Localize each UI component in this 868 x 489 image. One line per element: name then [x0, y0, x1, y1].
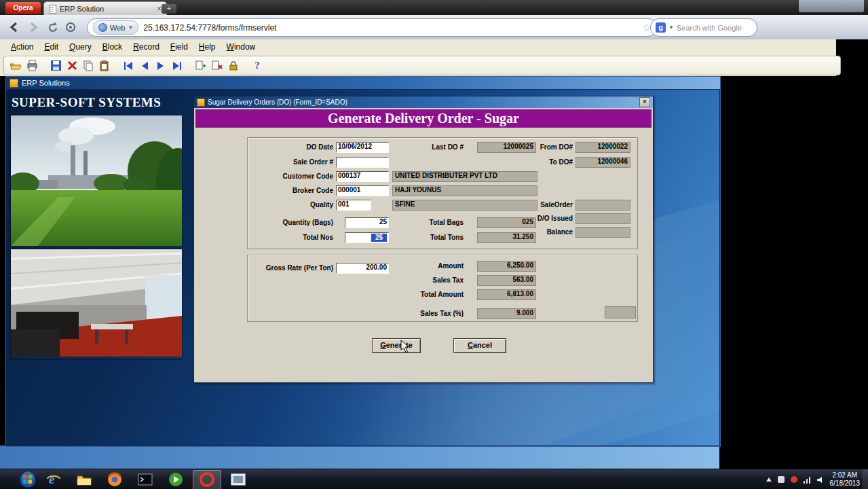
- last-do-label: Last DO #: [396, 143, 464, 151]
- next-record-icon[interactable]: [153, 58, 168, 73]
- screen: Opera ERP Solution × + Web ▼ 25.16: [0, 0, 868, 489]
- tab-title: ERP Solution: [60, 5, 104, 13]
- opera-turbo-icon[interactable]: [64, 20, 77, 34]
- clock[interactable]: 2:02 AM 6/18/2013: [830, 471, 861, 488]
- address-bar[interactable]: Web ▼ 25.163.172.54:7778/forms/frmservle…: [87, 18, 657, 37]
- firefox-icon[interactable]: [101, 471, 128, 489]
- to-do-label: To DO#: [505, 158, 573, 166]
- browser-tab[interactable]: ERP Solution ×: [43, 1, 167, 16]
- broker-name-display: HAJI YOUNUS: [392, 185, 537, 196]
- save-icon[interactable]: [48, 58, 63, 73]
- search-box[interactable]: g ▼ Search with Google: [650, 18, 757, 37]
- opera-menu-button[interactable]: Opera: [5, 2, 41, 14]
- menu-block[interactable]: Block: [97, 40, 128, 54]
- chevron-down-icon: ▼: [128, 24, 133, 31]
- do-issued-display: [575, 213, 630, 224]
- network-icon[interactable]: [803, 476, 812, 484]
- help-icon[interactable]: ?: [250, 58, 265, 73]
- paste-icon[interactable]: [97, 58, 112, 73]
- broker-code-label: Broker Code: [235, 187, 333, 194]
- total-tons-label: Total Tons: [396, 234, 464, 241]
- open-folder-icon[interactable]: [8, 58, 23, 73]
- dialog-title-bar[interactable]: Sugar Delivery Orders (DO) (Form_ID=SADO…: [194, 96, 653, 108]
- cut-icon[interactable]: [64, 58, 79, 73]
- total-amount-display: 6,813.00: [477, 289, 536, 300]
- toolbar-separator: [242, 58, 248, 73]
- globe-icon: [98, 23, 107, 32]
- menu-edit[interactable]: Edit: [39, 40, 64, 54]
- customer-code-field[interactable]: 000137: [336, 171, 389, 182]
- copy-icon[interactable]: [81, 58, 96, 73]
- tray-chevron-icon[interactable]: [766, 477, 772, 482]
- reload-icon[interactable]: [46, 20, 60, 34]
- media-app-icon[interactable]: [162, 471, 189, 489]
- toolbar-separator: [113, 58, 119, 73]
- insert-record-icon[interactable]: [193, 58, 208, 73]
- exempt-display: [605, 306, 636, 319]
- search-placeholder: Search with Google: [677, 24, 742, 32]
- dialog-close-button[interactable]: ×: [639, 97, 650, 107]
- sale-order-field[interactable]: [336, 157, 389, 168]
- search-engine-chevron-icon[interactable]: ▼: [668, 24, 674, 31]
- sales-tax-label: Sales Tax: [396, 276, 464, 284]
- url-text[interactable]: 25.163.172.54:7778/forms/frmservlet: [143, 23, 276, 33]
- cancel-button[interactable]: Cancel: [453, 338, 506, 353]
- forms-menu-bar: Action Edit Query Block Record Field Hel…: [0, 39, 836, 54]
- menu-query[interactable]: Query: [64, 40, 97, 54]
- command-prompt-icon[interactable]: [132, 471, 159, 489]
- delete-record-icon[interactable]: [210, 58, 225, 73]
- last-record-icon[interactable]: [170, 58, 185, 73]
- clock-time: 2:02 AM: [830, 471, 861, 479]
- from-do-display: 12000022: [575, 142, 630, 153]
- system-tray: 2:02 AM 6/18/2013: [766, 469, 861, 489]
- start-button[interactable]: [19, 471, 37, 488]
- menu-action[interactable]: Action: [5, 40, 39, 54]
- balance-label: Balance: [505, 228, 573, 236]
- quality-field[interactable]: 001: [336, 200, 371, 211]
- menu-window[interactable]: Window: [221, 40, 261, 54]
- erp-mdi-window: ERP Solutions SUPER-SOFT SYSTEMS: [5, 76, 721, 447]
- tray-app-icon[interactable]: [777, 475, 785, 484]
- photo-viewer-icon[interactable]: [225, 471, 252, 489]
- menu-help[interactable]: Help: [193, 40, 221, 54]
- gross-rate-field[interactable]: 200.00: [336, 263, 389, 274]
- back-icon[interactable]: [8, 20, 22, 34]
- first-record-icon[interactable]: [121, 58, 136, 73]
- window-controls[interactable]: [799, 0, 864, 12]
- show-desktop-button[interactable]: [863, 469, 868, 489]
- total-nos-field[interactable]: 25: [345, 232, 389, 243]
- clock-date: 6/18/2013: [830, 479, 861, 488]
- previous-record-icon[interactable]: [137, 58, 152, 73]
- lock-record-icon[interactable]: [226, 58, 241, 73]
- quantity-bags-field[interactable]: 25: [345, 217, 389, 228]
- delivery-order-dialog: Sugar Delivery Orders (DO) (Form_ID=SADO…: [193, 96, 654, 383]
- forms-applet-strip: Action Edit Query Block Record Field Hel…: [0, 39, 836, 76]
- browser-tab-bar: Opera ERP Solution × +: [0, 0, 868, 15]
- volume-icon[interactable]: [816, 476, 825, 484]
- broker-code-field[interactable]: 000001: [336, 185, 389, 196]
- mdi-app-icon: [10, 79, 18, 88]
- factory-photo: [11, 115, 182, 249]
- sales-tax-pct-label: Sales Tax (%): [396, 310, 464, 317]
- tab-close-icon[interactable]: ×: [157, 5, 162, 12]
- opera-taskbar-icon[interactable]: [193, 470, 221, 489]
- generate-button[interactable]: Generate: [372, 338, 421, 353]
- print-icon[interactable]: [24, 58, 39, 73]
- internet-explorer-icon[interactable]: e: [40, 471, 67, 489]
- sales-tax-display: 563.00: [477, 275, 536, 286]
- quantity-bags-label: Quantity (Bags): [235, 219, 333, 226]
- balance-display: [575, 227, 630, 238]
- quality-label: Quality: [235, 201, 333, 209]
- protocol-badge[interactable]: Web ▼: [93, 20, 138, 35]
- do-date-field[interactable]: 10/06/2012: [336, 142, 389, 153]
- menu-field[interactable]: Field: [165, 40, 193, 54]
- tray-alert-icon[interactable]: [790, 475, 798, 484]
- to-do-display: 12000046: [575, 157, 630, 168]
- forward-icon[interactable]: [26, 20, 39, 34]
- mdi-title-bar[interactable]: ERP Solutions: [6, 77, 720, 89]
- google-icon[interactable]: g: [656, 22, 666, 33]
- new-tab-button[interactable]: +: [162, 4, 176, 14]
- explorer-folder-icon[interactable]: [71, 471, 98, 489]
- menu-record[interactable]: Record: [128, 40, 165, 54]
- total-amount-label: Total Amount: [396, 291, 464, 298]
